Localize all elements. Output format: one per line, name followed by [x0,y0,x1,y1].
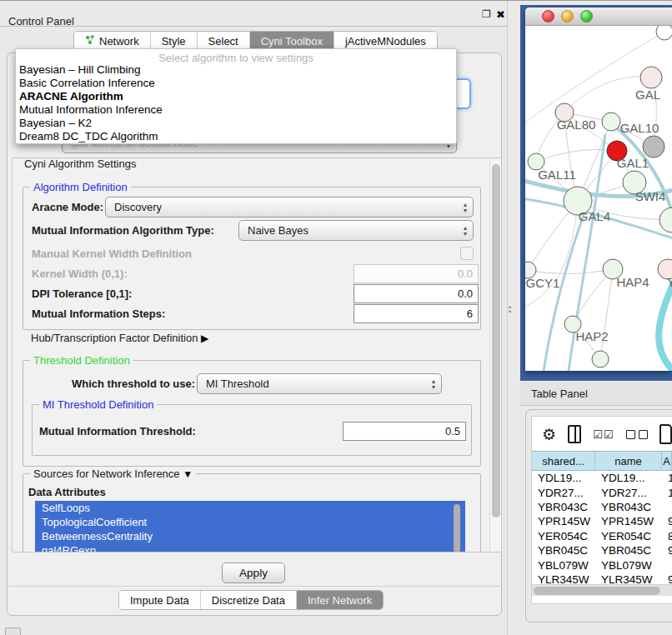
algorithm-popup-item[interactable]: Bayesian – Hill Climbing [16,63,456,77]
manual-kernel-checkbox[interactable] [460,247,474,260]
mi-threshold-group: MI Threshold Definition Mutual Informati… [32,404,472,456]
apply-button[interactable]: Apply [222,562,285,583]
tab-style[interactable]: Style [151,32,198,50]
table-row[interactable]: YDL19...YDL19...13 [532,471,672,485]
data-attributes-label: Data Attributes [28,486,106,498]
panel-splitter[interactable] [507,1,508,635]
app-window: Control Panel ❐ ✖ Network Style Select C… [0,0,672,635]
mi-steps-field[interactable]: 6 [354,304,479,323]
network-node-label: GAL [635,88,660,102]
table-row[interactable]: YPR145WYPR145W9. [532,514,672,528]
split-columns-icon[interactable] [568,425,581,443]
tab-network-label: Network [99,35,139,48]
dpi-tolerance-field[interactable]: 0.0 [354,284,479,303]
data-attribute-item[interactable]: BetweennessCentrality [35,529,465,543]
bottom-tabbar: Impute Data Discretize Data Infer Networ… [118,590,384,610]
close-traffic-light-icon[interactable] [542,10,554,22]
control-panel-titlebar: Control Panel ❐ ✖ [0,6,507,27]
tab-discretize-data-label: Discretize Data [212,594,285,607]
dock-panel-button[interactable] [5,628,21,635]
table-column-header[interactable]: name [595,452,662,470]
spinner-arrows-icon: ▲▼ [426,378,441,390]
network-node[interactable] [656,26,672,40]
table-cell: YDL19... [532,471,595,485]
algorithm-popup-item[interactable]: Mutual Information Inference [16,103,456,117]
mi-type-combobox[interactable]: Naive Bayes ▲▼ [238,220,474,241]
network-window-titlebar[interactable] [525,8,672,26]
mi-threshold-group-title: MI Threshold Definition [39,398,157,411]
unchecked-boxes-icon[interactable] [626,430,648,439]
attributes-scrollbar[interactable] [454,501,461,552]
table-horizontal-scrollbar[interactable] [532,584,672,596]
data-attribute-item[interactable]: TopologicalCoefficient [35,515,465,529]
sources-group: Sources for Network Inference ▼ Data Att… [23,473,481,552]
table-row[interactable]: YER054CYER054C8. [532,529,672,543]
table-cell: YDL19... [595,471,662,485]
mi-type-label: Mutual Information Algorithm Type: [32,224,214,237]
network-view-window: GALGAL80GAL10GAL1GAL11SWI4GAL4GCY1HAP4YH… [525,8,672,371]
aracne-mode-label: Aracne Mode: [32,201,103,213]
checked-boxes-icon[interactable]: ☑☑ [593,428,614,441]
gear-icon[interactable]: ⚙ [542,425,556,444]
network-node[interactable] [643,136,664,158]
minimize-traffic-light-icon[interactable] [561,10,574,22]
hub-definition-toggle[interactable]: Hub/Transcription Factor Definition ▶ [31,332,208,344]
aracne-mode-combobox[interactable]: Discovery ▲▼ [105,197,474,218]
network-node[interactable] [592,351,609,368]
settings-scrollbar[interactable] [489,159,501,551]
threshold-definition-group: Threshold Definition Which threshold to … [23,360,481,467]
table-row[interactable]: YBR045CYBR045C9. [532,543,672,558]
mi-threshold-value: 0.5 [445,425,460,438]
mi-threshold-field[interactable]: 0.5 [343,422,466,441]
settings-scroll-region: Cyni Algorithm Settings Algorithm Defini… [12,158,502,552]
hub-definition-label: Hub/Transcription Factor Definition [31,332,198,344]
table-column-header[interactable]: A [662,452,672,470]
algorithm-popup-item[interactable]: ARACNE Algorithm [16,90,456,103]
splitter-handle-icon[interactable]: •• [509,306,515,316]
table-row[interactable]: YBL079WYBL079W [532,558,672,572]
algorithm-popup-item[interactable]: Basic Correlation Inference [16,77,456,90]
tab-infer-network[interactable]: Infer Network [297,591,383,609]
table-cell: 9. [662,514,672,528]
which-threshold-label: Which threshold to use: [72,378,195,390]
table-cell: 9. [662,543,672,558]
tab-cyni-toolbox[interactable]: Cyni Toolbox [250,32,334,50]
network-canvas[interactable]: GALGAL80GAL10GAL1GAL11SWI4GAL4GCY1HAP4YH… [525,26,672,371]
table-cell: YBL079W [532,558,595,572]
table-toolbar: ⚙ ☑☑ [534,418,672,451]
mi-threshold-label: Mutual Information Threshold: [39,425,196,438]
table-body: YDL19...YDL19...13YDR27...YDR27...12YBR0… [532,471,672,591]
tab-jactivemnodules[interactable]: jActiveMNodules [334,32,437,50]
algorithm-popup-item[interactable]: Dream8 DC_TDC Algorithm [16,130,456,143]
zoom-traffic-light-icon[interactable] [580,10,593,22]
network-node[interactable] [602,112,620,131]
table-cell: 13 [662,471,672,485]
network-node-label: GAL1 [617,156,649,170]
data-attribute-item[interactable]: SelfLoops [35,501,465,515]
aracne-mode-value: Discovery [106,201,458,213]
algorithm-definition-title: Algorithm Definition [30,181,131,193]
which-threshold-combobox[interactable]: MI Threshold ▲▼ [197,373,442,394]
table-row[interactable]: YDR27...YDR27...12 [532,485,672,499]
table-row[interactable]: YBR043CYBR043C [532,500,672,514]
kernel-width-value: 0.0 [458,268,473,280]
algorithm-popup-list: Bayesian – Hill ClimbingBasic Correlatio… [16,63,456,143]
control-panel-title: Control Panel [8,15,74,28]
table-cell: YPR145W [532,514,595,528]
table-column-header[interactable]: shared... [532,452,595,470]
network-node[interactable] [659,208,672,232]
data-attribute-item[interactable]: gal4RGexp [35,543,465,552]
tab-impute-data[interactable]: Impute Data [119,591,201,609]
dpi-tolerance-value: 0.0 [458,288,473,300]
kernel-width-label: Kernel Width (0,1): [32,268,128,280]
network-node-label: GAL11 [538,168,576,182]
tab-style-label: Style [162,35,186,48]
tab-network[interactable]: Network [74,32,151,50]
document-icon[interactable] [659,424,672,444]
tab-discretize-data[interactable]: Discretize Data [201,591,297,609]
sources-group-title[interactable]: Sources for Network Inference ▼ [30,468,196,480]
algorithm-popup-item[interactable]: Bayesian – K2 [16,117,456,130]
network-node[interactable] [640,67,662,88]
algorithm-dropdown-popup: Select algorithm to view settings Bayesi… [15,48,457,144]
tab-select[interactable]: Select [198,32,250,50]
